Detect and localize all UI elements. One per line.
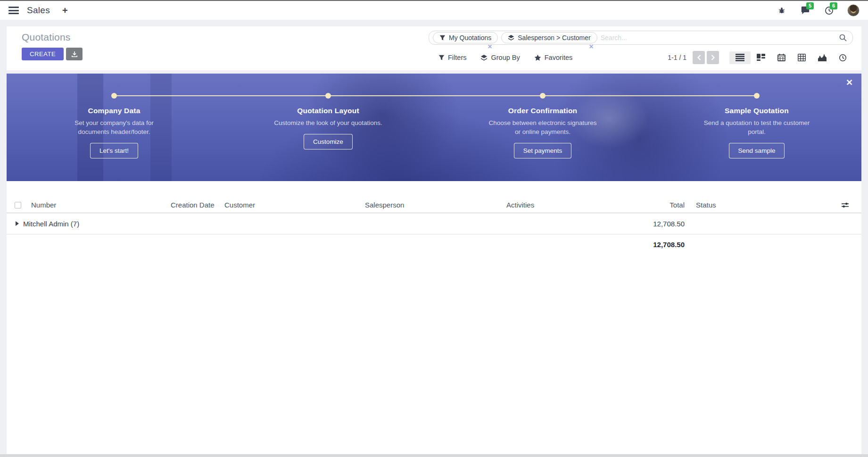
hamburger-menu-icon[interactable]	[8, 7, 19, 14]
select-all-checkbox[interactable]	[15, 202, 21, 208]
pager-previous-button[interactable]	[693, 51, 705, 64]
step-title: Company Data	[39, 107, 190, 115]
export-button[interactable]	[66, 48, 83, 60]
view-switcher	[729, 51, 853, 64]
timeline-dot	[111, 93, 117, 99]
onboarding-banner: Company Data Set your company's data for…	[7, 74, 861, 181]
column-header-activities[interactable]: Activities	[506, 201, 642, 209]
group-total: 12,708.50	[642, 220, 685, 228]
user-avatar[interactable]	[847, 4, 860, 17]
sliders-icon	[842, 202, 849, 208]
timeline-dot	[754, 93, 760, 99]
group-label: Mitchell Admin (7)	[23, 220, 79, 228]
table-footer-row: 12,708.50	[7, 234, 861, 255]
group-by-menu[interactable]: Group By	[480, 54, 520, 61]
optional-columns-button[interactable]	[842, 202, 861, 208]
column-header-total[interactable]: Total	[642, 201, 685, 209]
view-switch-activity[interactable]	[833, 51, 853, 64]
page-title: Quotations	[22, 32, 83, 43]
group-by-label: Group By	[491, 54, 520, 61]
top-navbar: Sales + 5 6	[0, 1, 868, 20]
filter-icon	[438, 55, 445, 61]
group-row-mitchell-admin[interactable]: Mitchell Admin (7) 12,708.50	[7, 213, 861, 234]
pager: 1-1 / 1	[668, 51, 719, 64]
layers-icon	[480, 54, 488, 61]
chevron-right-icon	[711, 55, 715, 60]
search-submit[interactable]	[839, 34, 847, 42]
pivot-view-icon	[798, 54, 806, 61]
messages-menu[interactable]: 5	[800, 5, 810, 16]
footer-total: 12,708.50	[642, 241, 685, 249]
timeline-dot	[540, 93, 546, 99]
facet-remove-icon[interactable]: ✕	[488, 44, 492, 50]
search-bar[interactable]: My Quotations Salesperson > Customer	[429, 31, 853, 45]
search-facet-groupby[interactable]: Salesperson > Customer	[501, 32, 597, 43]
view-switch-calendar[interactable]	[771, 51, 792, 64]
messages-count-badge: 5	[806, 2, 814, 9]
step-description: Customize the look of your quotations.	[273, 119, 384, 128]
onboarding-step-order-confirmation: Order Confirmation Choose between electr…	[467, 107, 618, 158]
column-header-customer[interactable]: Customer	[224, 201, 365, 209]
view-switch-list[interactable]	[729, 51, 751, 64]
step-title: Sample Quotation	[681, 107, 832, 115]
bottom-edge	[0, 454, 868, 457]
favorites-menu[interactable]: Favorites	[534, 54, 573, 61]
layers-icon	[508, 34, 514, 41]
table-header-row: Number Creation Date Customer Salesperso…	[7, 197, 861, 213]
column-header-number[interactable]: Number	[31, 201, 171, 209]
pager-next-button[interactable]	[707, 51, 719, 64]
column-header-status[interactable]: Status	[685, 201, 760, 209]
step-description: Choose between electronic signatures or …	[488, 119, 598, 137]
facet-label: My Quotations	[449, 34, 491, 42]
graph-view-icon	[818, 54, 827, 61]
step-description: Send a quotation to test the customer po…	[702, 119, 812, 137]
timeline-dot	[325, 93, 331, 99]
view-switch-pivot[interactable]	[792, 51, 812, 64]
plus-icon[interactable]: +	[62, 6, 68, 15]
calendar-view-icon	[777, 54, 785, 61]
control-panel: Quotations CREATE	[7, 26, 861, 70]
onboarding-timeline	[114, 95, 757, 96]
search-facet-my-quotations[interactable]: My Quotations	[433, 32, 498, 43]
list-view-icon	[736, 54, 744, 61]
star-icon	[534, 54, 541, 61]
search-icon	[839, 34, 847, 42]
facet-label: Salesperson > Customer	[518, 34, 590, 42]
onboarding-step-quotation-layout: Quotation Layout Customize the look of y…	[253, 107, 404, 150]
step-title: Order Confirmation	[467, 107, 618, 115]
chevron-left-icon	[697, 55, 701, 60]
lets-start-button[interactable]: Let's start!	[90, 143, 138, 158]
filter-icon	[439, 35, 446, 41]
step-title: Quotation Layout	[253, 107, 404, 115]
view-switch-graph[interactable]	[812, 51, 833, 64]
create-button[interactable]: CREATE	[22, 48, 64, 60]
search-input[interactable]	[601, 34, 836, 42]
onboarding-step-company-data: Company Data Set your company's data for…	[39, 107, 190, 158]
group-expand-caret-icon	[16, 221, 19, 226]
facet-remove-icon[interactable]: ✕	[589, 44, 594, 50]
customize-button[interactable]: Customize	[304, 134, 353, 150]
bug-icon	[777, 6, 786, 15]
view-switch-kanban[interactable]	[751, 51, 771, 64]
onboarding-step-sample-quotation: Sample Quotation Send a quotation to tes…	[681, 107, 832, 158]
app-window: Sales + 5 6	[0, 0, 868, 457]
activities-menu[interactable]: 6	[824, 5, 834, 16]
step-description: Set your company's data for documents he…	[59, 119, 170, 137]
send-sample-button[interactable]: Send sample	[729, 143, 785, 158]
download-icon	[71, 51, 78, 58]
debug-bug-icon[interactable]	[777, 5, 787, 16]
activity-view-icon	[839, 54, 847, 62]
filters-menu[interactable]: Filters	[438, 54, 466, 61]
favorites-label: Favorites	[545, 54, 573, 61]
quotations-list: Number Creation Date Customer Salesperso…	[7, 181, 861, 454]
set-payments-button[interactable]: Set payments	[514, 143, 572, 158]
pager-value[interactable]: 1-1 / 1	[668, 54, 686, 61]
column-header-creation-date[interactable]: Creation Date	[171, 201, 224, 209]
activities-count-badge: 6	[830, 2, 837, 9]
filters-label: Filters	[448, 54, 466, 61]
column-header-salesperson[interactable]: Salesperson	[365, 201, 506, 209]
banner-close-icon[interactable]: ✕	[846, 78, 853, 87]
kanban-view-icon	[757, 54, 765, 61]
app-name-menu[interactable]: Sales	[27, 5, 50, 16]
